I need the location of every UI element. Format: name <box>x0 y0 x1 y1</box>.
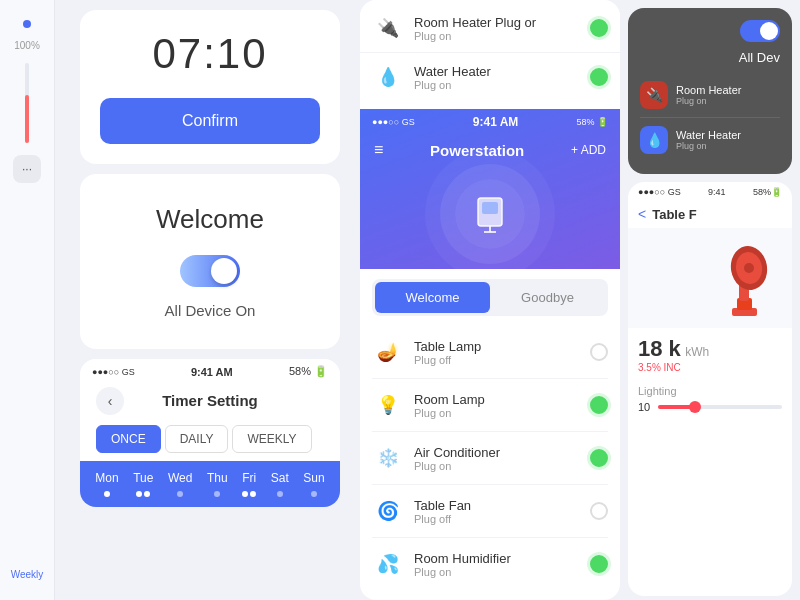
powerstation-title: Powerstation <box>430 142 524 159</box>
room-lamp-info: Room Lamp Plug on <box>414 392 580 419</box>
list-item: 🪔 Table Lamp Plug off <box>372 326 608 379</box>
room-lamp-dot <box>590 396 608 414</box>
popup-room-heater-icon: 🔌 <box>640 81 668 109</box>
day-thu[interactable]: Thu <box>207 471 228 497</box>
freq-tab-daily[interactable]: DAILY <box>165 425 229 453</box>
strip-indicator <box>23 20 31 28</box>
water-heater-info: Water Heater Plug on <box>414 64 580 91</box>
welcome-card: Welcome All Device On <box>80 174 340 349</box>
humidifier-info: Room Humidifier Plug on <box>414 551 580 578</box>
timer-title: Timer Setting <box>162 392 258 409</box>
detail-battery: 58%🔋 <box>753 187 782 197</box>
table-lamp-status: Plug off <box>414 354 580 366</box>
all-device-toggle[interactable] <box>180 255 240 287</box>
freq-tab-once[interactable]: ONCE <box>96 425 161 453</box>
all-dev-title: All Dev <box>640 50 780 65</box>
ac-name: Air Conditioner <box>414 445 580 460</box>
dots-menu[interactable]: ··· <box>13 155 41 183</box>
timer-back-button[interactable]: ‹ <box>96 387 124 415</box>
detail-time: 9:41 <box>708 187 726 197</box>
strip-percent-label: 100% <box>14 40 40 51</box>
popup-water-heater-info: Water Heater Plug on <box>676 129 780 151</box>
freq-tab-weekly[interactable]: WEEKLY <box>232 425 311 453</box>
left-panel: 100% ··· Weekly 07:10 Confirm Welcome Al… <box>0 0 360 600</box>
list-item: 🔌 Room Heater Plug or Plug on <box>360 4 620 53</box>
detail-statusbar: ●●●○○ GS 9:41 58%🔋 <box>628 182 792 202</box>
room-lamp-name: Room Lamp <box>414 392 580 407</box>
weekly-label: Weekly <box>11 569 44 580</box>
lighting-row: 10 <box>638 401 782 413</box>
water-heater-status: Plug on <box>414 79 580 91</box>
welcome-goodbye-tabs: Welcome Goodbye <box>372 279 608 316</box>
water-heater-status-dot <box>590 68 608 86</box>
timer-battery: 58% 🔋 <box>289 365 328 378</box>
timer-signal: ●●●○○ GS <box>92 367 135 377</box>
humidifier-name: Room Humidifier <box>414 551 580 566</box>
ac-status: Plug on <box>414 460 580 472</box>
list-item: 🌀 Table Fan Plug off <box>372 485 608 538</box>
toggle-knob <box>211 258 237 284</box>
all-dev-toggle[interactable] <box>740 20 780 42</box>
humidifier-icon: 💦 <box>372 548 404 580</box>
day-fri[interactable]: Fri <box>242 471 256 497</box>
popup-water-heater-status: Plug on <box>676 141 780 151</box>
phone-statusbar: ●●●○○ GS 9:41 AM 58% 🔋 <box>360 109 620 135</box>
popup-device-water-heater[interactable]: 💧 Water Heater Plug on <box>640 118 780 162</box>
confirm-button[interactable]: Confirm <box>100 98 320 144</box>
table-lamp-dot <box>590 343 608 361</box>
list-item: 💡 Room Lamp Plug on <box>372 379 608 432</box>
table-fan-info: Table Fan Plug off <box>414 498 580 525</box>
lighting-slider[interactable] <box>658 405 782 409</box>
room-heater-info: Room Heater Plug or Plug on <box>414 15 580 42</box>
svg-rect-1 <box>482 202 498 214</box>
welcome-card-title: Welcome <box>100 204 320 235</box>
room-lamp-status: Plug on <box>414 407 580 419</box>
detail-signal: ●●●○○ GS <box>638 187 681 197</box>
list-item: 💦 Room Humidifier Plug on <box>372 538 608 590</box>
day-sat[interactable]: Sat <box>271 471 289 497</box>
day-sun[interactable]: Sun <box>303 471 324 497</box>
room-heater-status: Plug on <box>414 30 580 42</box>
table-lamp-icon: 🪔 <box>372 336 404 368</box>
frequency-tabs: ONCE DAILY WEEKLY <box>80 417 340 461</box>
detail-title: Table F <box>652 207 697 222</box>
top-plug-list: 🔌 Room Heater Plug or Plug on 💧 Water He… <box>360 0 620 105</box>
table-lamp-name: Table Lamp <box>414 339 580 354</box>
phone-screen: 🔌 Room Heater Plug or Plug on 💧 Water He… <box>360 0 620 600</box>
humidifier-dot <box>590 555 608 573</box>
room-lamp-icon: 💡 <box>372 389 404 421</box>
hero-device-icon <box>455 179 525 249</box>
detail-back-button[interactable]: < <box>638 206 646 222</box>
phone-battery: 58% 🔋 <box>576 117 608 127</box>
ac-icon: ❄️ <box>372 442 404 474</box>
day-tue[interactable]: Tue <box>133 471 153 497</box>
stat-unit: kWh <box>685 345 709 359</box>
day-wed[interactable]: Wed <box>168 471 192 497</box>
days-row: Mon Tue Wed Thu <box>80 461 340 507</box>
table-fan-status: Plug off <box>414 513 580 525</box>
table-fan-icon: 🌀 <box>372 495 404 527</box>
popup-device-room-heater[interactable]: 🔌 Room Heater Plug on <box>640 73 780 118</box>
table-fan-graphic <box>707 238 782 328</box>
tab-welcome[interactable]: Welcome <box>375 282 490 313</box>
add-device-button[interactable]: + ADD <box>571 143 606 157</box>
ac-info: Air Conditioner Plug on <box>414 445 580 472</box>
tab-goodbye[interactable]: Goodbye <box>490 282 605 313</box>
hero-image <box>360 169 620 269</box>
lighting-section: Lighting 10 <box>628 381 792 417</box>
day-mon[interactable]: Mon <box>95 471 118 497</box>
popup-water-heater-name: Water Heater <box>676 129 780 141</box>
popup-room-heater-status: Plug on <box>676 96 780 106</box>
all-dev-toggle-row <box>640 20 780 42</box>
list-item: ❄️ Air Conditioner Plug on <box>372 432 608 485</box>
detail-header: < Table F <box>628 202 792 228</box>
popup-room-heater-info: Room Heater Plug on <box>676 84 780 106</box>
slider-thumb <box>689 401 701 413</box>
strip-bar-fill <box>25 95 29 143</box>
hamburger-menu-icon[interactable]: ≡ <box>374 141 383 159</box>
time-display: 07:10 <box>100 30 320 78</box>
toggle-container <box>100 255 320 287</box>
detail-hero <box>628 228 792 328</box>
svg-point-9 <box>744 263 754 273</box>
left-strip: 100% ··· Weekly <box>0 0 55 600</box>
